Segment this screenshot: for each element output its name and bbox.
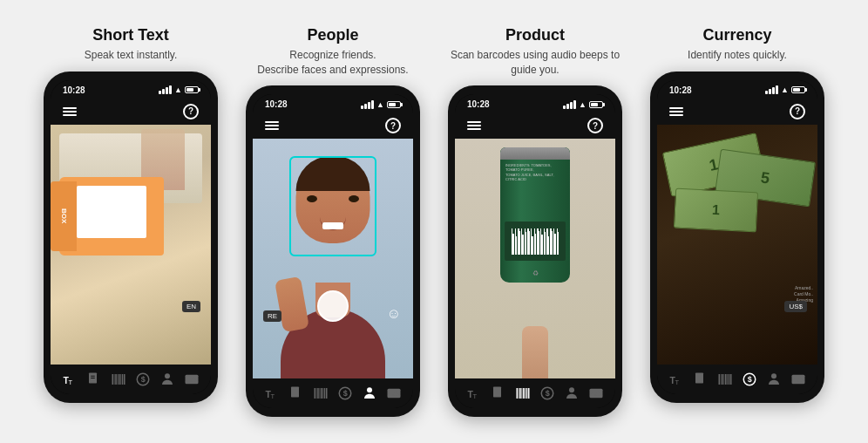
svg-rect-35	[517, 388, 519, 399]
svg-rect-36	[519, 388, 519, 399]
svg-rect-51	[721, 374, 722, 385]
camera-view-people: RE ☺	[253, 139, 413, 378]
svg-text:$: $	[343, 389, 348, 398]
card-short-text: Short Text Speak text instantly. 10:28 ▲	[35, 26, 227, 403]
svg-rect-22	[317, 388, 319, 399]
svg-rect-6	[114, 374, 115, 385]
nav-doc-4[interactable]	[691, 370, 710, 389]
nav-scene-1[interactable]	[182, 370, 201, 389]
status-icons-1: ▲	[159, 85, 199, 94]
svg-text:$: $	[141, 375, 146, 384]
svg-rect-56	[729, 374, 730, 385]
svg-rect-10	[120, 374, 121, 385]
svg-rect-52	[722, 374, 723, 385]
nav-barcode-3[interactable]	[513, 384, 532, 403]
card-title-short-text: Short Text	[92, 26, 169, 44]
svg-text:$: $	[748, 375, 752, 384]
svg-rect-53	[724, 374, 725, 385]
status-icons-2: ▲	[361, 100, 401, 109]
help-icon-4[interactable]: ?	[790, 104, 805, 119]
svg-rect-19	[291, 387, 299, 398]
svg-rect-38	[522, 388, 523, 399]
nav-barcode-4[interactable]	[715, 370, 735, 389]
svg-rect-12	[124, 374, 125, 385]
svg-rect-39	[523, 388, 525, 399]
bottom-nav-4: TT $	[657, 365, 817, 394]
svg-point-60	[771, 373, 776, 378]
nav-scene-3[interactable]	[587, 384, 606, 403]
camera-view-currency: 1 5 1 Amazed..Card Mo..Amazing US$	[657, 125, 817, 365]
phone-frame-people: 10:28 ▲	[246, 85, 420, 417]
bottom-nav-3: TT $	[455, 378, 615, 408]
nav-person-3[interactable]	[562, 384, 581, 403]
toolbar-3: ?	[455, 112, 615, 139]
nav-currency-3[interactable]: $	[538, 384, 557, 403]
card-title-people: People	[307, 26, 358, 44]
nav-currency-1[interactable]: $	[133, 370, 153, 389]
nav-text-4[interactable]: TT	[667, 370, 686, 389]
svg-rect-21	[316, 388, 317, 399]
svg-text:T: T	[675, 378, 680, 386]
bottom-nav-1: TT $	[51, 365, 211, 394]
svg-rect-23	[320, 388, 321, 399]
svg-rect-54	[725, 374, 727, 385]
nav-scene-4[interactable]	[789, 370, 808, 389]
nav-barcode-2[interactable]	[311, 384, 330, 403]
nav-text-3[interactable]: TT	[465, 384, 484, 403]
status-bar-3: 10:28 ▲	[455, 94, 615, 112]
svg-point-15	[165, 373, 170, 378]
svg-rect-37	[519, 388, 521, 399]
help-icon-1[interactable]: ?	[183, 104, 199, 119]
nav-barcode-1[interactable]	[109, 370, 128, 389]
help-icon-2[interactable]: ?	[385, 118, 401, 133]
camera-view-short-text: BOX EN	[51, 125, 211, 365]
menu-icon-4[interactable]	[669, 107, 683, 116]
nav-scene-2[interactable]	[384, 384, 403, 403]
menu-icon-2[interactable]	[265, 121, 279, 130]
svg-point-30	[367, 388, 372, 393]
nav-text-2[interactable]: TT	[262, 384, 281, 403]
svg-point-45	[569, 388, 574, 393]
menu-icon-3[interactable]	[467, 121, 481, 130]
wifi-icon-1: ▲	[174, 85, 182, 94]
nav-currency-2[interactable]: $	[336, 384, 355, 403]
svg-rect-26	[324, 388, 326, 399]
phone-frame-short-text: 10:28 ▲	[44, 72, 218, 403]
nav-doc-2[interactable]	[287, 384, 306, 403]
time-2: 10:28	[265, 99, 288, 109]
svg-text:T: T	[271, 392, 275, 400]
svg-rect-11	[122, 374, 124, 385]
help-icon-3[interactable]: ?	[587, 118, 603, 133]
status-icons-4: ▲	[765, 85, 805, 94]
nav-person-1[interactable]	[158, 370, 177, 389]
nav-doc-1[interactable]	[85, 370, 104, 389]
svg-rect-24	[321, 388, 322, 399]
svg-rect-42	[528, 388, 530, 399]
menu-icon-1[interactable]	[63, 107, 77, 116]
nav-currency-4[interactable]: $	[740, 370, 759, 389]
nav-person-4[interactable]	[764, 370, 783, 389]
camera-view-product: INGREDIENTS: TOMATOES, TOMATO PUREE,TOMA…	[455, 139, 615, 378]
card-title-product: Product	[505, 26, 565, 44]
nav-doc-3[interactable]	[489, 384, 508, 403]
card-subtitle-product: Scan barcodes using audio beeps to guide…	[439, 48, 631, 78]
us-badge: US$	[784, 301, 807, 312]
nav-text-1[interactable]: TT	[60, 370, 79, 389]
nav-person-2[interactable]	[360, 384, 379, 403]
battery-icon-1	[185, 86, 199, 93]
svg-text:$: $	[546, 389, 550, 398]
svg-rect-40	[525, 388, 526, 399]
svg-rect-20	[315, 388, 316, 399]
status-bar-2: 10:28 ▲	[253, 94, 413, 112]
svg-rect-7	[115, 374, 117, 385]
phone-frame-currency: 10:28 ▲	[650, 72, 824, 403]
svg-rect-8	[118, 374, 119, 385]
toolbar-2: ?	[253, 112, 413, 139]
re-badge: RE	[263, 310, 281, 322]
svg-rect-25	[322, 388, 323, 399]
capture-button[interactable]	[317, 290, 349, 322]
card-people: People Recognize friends. Describe faces…	[237, 26, 429, 418]
status-bar-1: 10:28 ▲	[51, 80, 211, 99]
wifi-icon-3: ▲	[579, 100, 587, 109]
svg-rect-57	[730, 374, 732, 385]
